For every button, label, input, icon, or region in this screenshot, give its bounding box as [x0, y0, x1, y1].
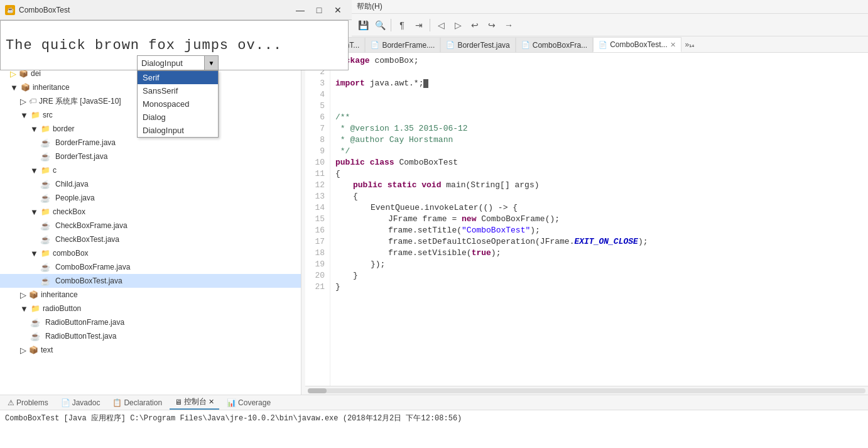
tab-overflow[interactable]: » ₁₄ — [681, 37, 698, 52]
tree-folder-icon-combobox: 📁 — [41, 249, 50, 258]
tab-overflow-count: ₁₄ — [689, 41, 694, 49]
tree-label-checkboxtest: CheckBoxTest.java — [55, 235, 119, 244]
tree-src-icon: 📁 — [31, 111, 40, 119]
tree-item-radiobuttonframe[interactable]: ☕ RadioButtonFrame.java — [0, 315, 301, 329]
scroll-area — [305, 386, 868, 395]
tree-item-borderframe[interactable]: ☕ BorderFrame.java — [0, 136, 301, 150]
console-tab-close[interactable]: ✕ — [209, 398, 214, 406]
tree-item-inheritance2[interactable]: ▷ 📦 inheritance — [0, 288, 301, 302]
tree-pkg-icon-text: 📦 — [29, 346, 38, 354]
tab-label-comboboxtest: ComboBoxTest... — [610, 40, 667, 49]
tab-borderframe[interactable]: 📄 BorderFrame.... — [365, 37, 440, 52]
code-line-17: frame.setDefaultCloseOperation(JFrame.EX… — [335, 236, 863, 248]
toolbar-btn-search[interactable]: 🔍 — [372, 18, 388, 33]
tree-file-icon-child: ☕ — [40, 180, 50, 189]
console-tab-label-coverage: Coverage — [238, 398, 271, 407]
code-line-11: { — [335, 168, 863, 180]
code-line-8: * @author Cay Horstmann — [335, 134, 863, 146]
toolbar-btn-next[interactable]: ↪ — [484, 18, 499, 33]
combobox-arrow-icon[interactable]: ▼ — [204, 56, 218, 70]
declaration-icon: 📋 — [112, 398, 122, 407]
console-tab-declaration[interactable]: 📋 Declaration — [107, 396, 167, 410]
tree-item-bordertest[interactable]: ☕ BorderTest.java — [0, 150, 301, 163]
maximize-button[interactable]: □ — [310, 4, 328, 16]
combobox-trigger[interactable]: DialogInput ▼ — [137, 55, 219, 70]
tree-label-inheritance: inheritance — [33, 83, 70, 92]
tree-label-comboboxtest: ComboBoxTest.java — [55, 276, 122, 285]
console-tab-console[interactable]: 🖥 控制台 ✕ — [170, 396, 219, 410]
line-num-12: 12 — [305, 180, 325, 191]
tree-label-inheritance2: inheritance — [41, 290, 78, 299]
code-line-3: import java.awt.*; — [335, 78, 863, 89]
toolbar-btn-indent[interactable]: ⇥ — [411, 18, 426, 33]
tree-item-combobox[interactable]: ▼ 📁 comboBox — [0, 246, 301, 260]
tree-item-radiobutton[interactable]: ▼ 📁 radioButton — [0, 302, 301, 315]
tree-item-c[interactable]: ▼ 📁 c — [0, 163, 301, 177]
console-icon: 🖥 — [175, 398, 182, 407]
console-tab-problems[interactable]: ⚠ Problems — [3, 396, 53, 410]
combobox-item-dialoginput[interactable]: DialogInput — [138, 124, 218, 137]
scroll-track[interactable] — [308, 388, 865, 393]
tree-item-text[interactable]: ▷ 📦 text — [0, 343, 301, 357]
console-tab-javadoc[interactable]: 📄 Javadoc — [56, 396, 106, 410]
line-num-7: 7 — [305, 123, 325, 134]
toolbar-btn-back[interactable]: ◁ — [433, 18, 448, 33]
console-tab-coverage[interactable]: 📊 Coverage — [222, 396, 276, 410]
tree-label-jre: JRE 系统库 [JavaSE-10] — [39, 96, 121, 107]
tree-label-src: src — [43, 111, 53, 119]
problems-icon: ⚠ — [8, 398, 14, 407]
line-num-13: 13 — [305, 191, 325, 202]
tree-label-radiobuttonframe: RadioButtonFrame.java — [45, 318, 124, 327]
tree-item-people[interactable]: ☕ People.java — [0, 191, 301, 205]
tree-file-icon-comboboxtest: ☕ — [40, 276, 50, 286]
tree-item-comboboxframe[interactable]: ☕ ComboBoxFrame.java — [0, 260, 301, 274]
tree-expand-combobox: ▼ — [30, 249, 38, 258]
line-num-9: 9 — [305, 146, 325, 157]
console-tab-label-console: 控制台 — [184, 396, 207, 407]
tree-item-child[interactable]: ☕ Child.java — [0, 177, 301, 191]
minimize-button[interactable]: — — [291, 4, 309, 16]
console-tab-label-problems: Problems — [16, 398, 48, 407]
console-tab-label-declaration: Declaration — [124, 398, 162, 407]
tree-expand-radiobutton: ▼ — [20, 304, 28, 314]
tree-item-comboboxtest[interactable]: ☕ ComboBoxTest.java — [0, 274, 301, 288]
preview-text: The quick brown fox jumps ov... — [6, 38, 282, 53]
combobox-item-serif[interactable]: Serif — [138, 71, 218, 84]
tree-expand-inheritance: ▼ — [10, 83, 18, 92]
tab-bordertest[interactable]: 📄 BorderTest.java — [440, 37, 515, 52]
combobox-item-monospaced[interactable]: Monospaced — [138, 97, 218, 111]
tree-label-borderframe: BorderFrame.java — [55, 138, 116, 147]
tree-file-icon-people: ☕ — [40, 194, 50, 203]
combobox-item-sansserif[interactable]: SansSerif — [138, 84, 218, 97]
tree-item-checkboxtest[interactable]: ☕ CheckBoxTest.java — [0, 232, 301, 246]
toolbar-btn-format[interactable]: ¶ — [394, 18, 410, 33]
toolbar-btn-save[interactable]: 💾 — [355, 18, 371, 33]
line-num-15: 15 — [305, 214, 325, 225]
line-numbers: 1 2 3 4 5 6 7 8 9 10 11 12 13 14 15 16 1… — [305, 53, 330, 395]
code-line-10: public class ComboBoxTest — [335, 157, 863, 168]
tree-file-icon-radiobuttonframe: ☕ — [30, 318, 40, 327]
tab-icon-comboboxfra: 📄 — [521, 41, 530, 49]
toolbar-btn-prev[interactable]: ↩ — [467, 18, 482, 33]
toolbar-btn-forward[interactable]: ▷ — [450, 18, 465, 33]
toolbar-btn-nav[interactable]: → — [501, 18, 516, 33]
tree-item-checkbox[interactable]: ▼ 📁 checkBox — [0, 205, 301, 219]
tab-comboboxtest[interactable]: 📄 ComboBoxTest... ✕ — [593, 37, 681, 52]
tab-comboboxfra[interactable]: 📄 ComboBoxFra... — [516, 37, 593, 52]
tree-label-radiobutton: radioButton — [43, 304, 81, 313]
tree-pkg-icon-inheritance2: 📦 — [29, 290, 38, 299]
close-button[interactable]: ✕ — [329, 4, 347, 16]
combobox-dropdown: Serif SansSerif Monospaced Dialog Dialog… — [137, 70, 219, 138]
tree-folder-icon-border: 📁 — [41, 124, 50, 133]
tree-item-radiobuttontest[interactable]: ☕ RadioButtonTest.java — [0, 329, 301, 343]
tree-item-checkboxframe[interactable]: ☕ CheckBoxFrame.java — [0, 219, 301, 232]
code-line-9: */ — [335, 146, 863, 157]
scroll-thumb[interactable] — [308, 388, 327, 393]
tab-close-comboboxtest[interactable]: ✕ — [670, 41, 676, 49]
code-area[interactable]: package comboBox; import java.awt.*; /**… — [330, 53, 868, 395]
title-bar: ☕ ComboBoxTest — □ ✕ — [0, 0, 352, 20]
ide-help-menu[interactable]: 帮助(H) — [357, 1, 382, 12]
tree-label-comboboxframe: ComboBoxFrame.java — [55, 263, 130, 271]
tree-expand-inheritance2: ▷ — [20, 290, 26, 300]
combobox-item-dialog[interactable]: Dialog — [138, 111, 218, 124]
